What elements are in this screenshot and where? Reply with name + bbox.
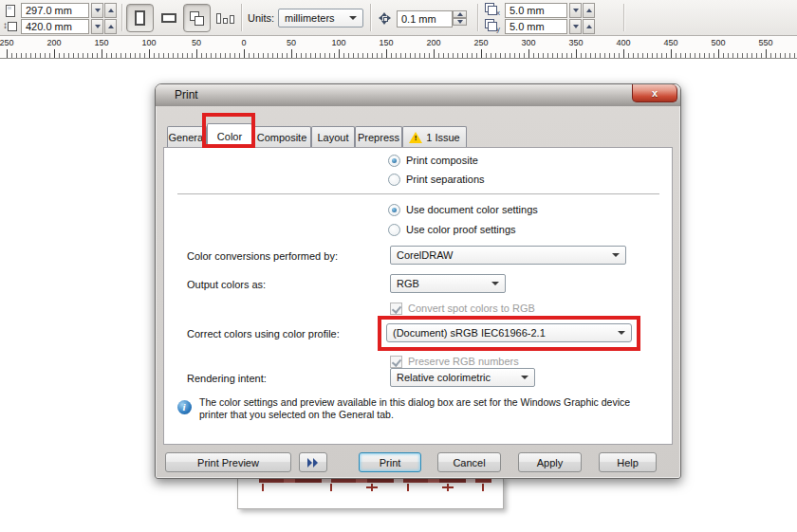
- output-colors-select[interactable]: RGB: [390, 274, 506, 293]
- color-profile-select[interactable]: (Document) sRGB IEC61966-2.1: [386, 323, 632, 342]
- portrait-orientation-button[interactable]: [126, 4, 154, 32]
- paper-height-spin-down-button[interactable]: [91, 19, 103, 34]
- ruler-label: 500: [711, 38, 725, 47]
- ruler-label: 100: [331, 38, 345, 47]
- toolbar-separator: [121, 4, 122, 31]
- tab-prepress[interactable]: Prepress: [355, 126, 402, 147]
- print-preview-button[interactable]: Print Preview: [165, 452, 291, 472]
- ruler-label: 450: [663, 38, 677, 47]
- duplicate-x-spin-up-button[interactable]: [583, 3, 595, 18]
- nudge-spinner[interactable]: [453, 10, 467, 26]
- nudge-spin-up-button[interactable]: [453, 10, 467, 18]
- ruler-label: 200: [46, 38, 61, 47]
- paper-width-spin-up-button[interactable]: [104, 3, 117, 18]
- checkbox-convert-spot-colors: Convert spot colors to RGB: [390, 301, 535, 316]
- preview-flyout-button[interactable]: [299, 452, 327, 472]
- ruler-label: 0: [241, 38, 246, 47]
- cancel-button[interactable]: Cancel: [437, 452, 501, 472]
- rendering-intent-label: Rendering intent:: [187, 373, 267, 384]
- property-bar: 297.0 mm 420.0 mm Units: millimeters: [0, 0, 797, 36]
- ruler-label: 150: [94, 38, 108, 47]
- drawing-fragment: [442, 486, 454, 488]
- paper-height-icon: [4, 20, 17, 32]
- page-sizes-icon: [216, 13, 234, 24]
- double-arrow-icon: [307, 458, 319, 468]
- duplicate-y-spin-up-button[interactable]: [583, 19, 595, 34]
- portrait-icon: [135, 10, 145, 26]
- tab-composite[interactable]: Composite: [252, 126, 311, 147]
- ruler-label: 300: [521, 38, 535, 47]
- radio-button-icon: [388, 174, 400, 186]
- duplicate-x-spin-down-button[interactable]: [569, 3, 582, 18]
- rendering-intent-select[interactable]: Relative colorimetric: [390, 368, 535, 387]
- ruler-label: 550: [758, 38, 772, 47]
- overlapping-pages-icon: [190, 11, 204, 26]
- print-button[interactable]: Print: [359, 452, 421, 472]
- profile-label: Correct colors using color profile:: [187, 328, 340, 339]
- close-icon: x: [652, 88, 658, 99]
- nudge-spin-down-button[interactable]: [453, 18, 467, 26]
- paper-width-icon: [6, 5, 15, 17]
- dialog-title: Print: [175, 88, 198, 101]
- tab-color[interactable]: Color: [207, 123, 252, 148]
- help-button[interactable]: Help: [599, 452, 657, 472]
- conversions-label: Color conversions performed by:: [187, 250, 338, 262]
- ruler-label: 150: [379, 38, 393, 47]
- toolbar-separator: [477, 4, 478, 31]
- ruler-label: 350: [568, 38, 583, 47]
- info-icon: [177, 400, 192, 414]
- units-label: Units:: [248, 12, 274, 24]
- ruler-label: 100: [141, 38, 156, 47]
- drawing-fragment: [482, 484, 484, 491]
- same-size-pages-button[interactable]: [183, 4, 211, 32]
- ruler-label: 250: [473, 38, 488, 47]
- dialog-titlebar[interactable]: Print x: [156, 84, 680, 106]
- checkbox-preserve-rgb: Preserve RGB numbers: [390, 354, 519, 369]
- tab-issues[interactable]: 1 Issue: [402, 126, 467, 147]
- document-page: [237, 477, 504, 509]
- landscape-orientation-button[interactable]: [155, 4, 182, 32]
- info-message: The color settings and preview available…: [199, 396, 653, 421]
- toolbar-separator: [370, 4, 371, 31]
- units-select[interactable]: millimeters: [278, 9, 363, 28]
- nudge-offset-icon: [379, 12, 391, 25]
- drawing-fragment: [262, 484, 264, 491]
- nudge-offset-input[interactable]: 0.1 mm: [397, 10, 453, 28]
- radio-use-color-proof-settings[interactable]: Use color proof settings: [388, 222, 516, 237]
- ruler-label: 200: [426, 38, 440, 47]
- radio-button-icon: [388, 204, 400, 216]
- checkbox-icon: [390, 356, 402, 368]
- landscape-icon: [161, 13, 176, 23]
- paper-height-spin-up-button[interactable]: [104, 19, 117, 34]
- drawing-fragment: [366, 486, 378, 488]
- apply-button[interactable]: Apply: [518, 452, 582, 472]
- tab-general[interactable]: General: [167, 126, 207, 147]
- duplicate-y-spin-down-button[interactable]: [569, 19, 582, 34]
- paper-width-spin-down-button[interactable]: [91, 3, 103, 18]
- color-tab-page: Print composite Print separations Use do…: [163, 147, 673, 445]
- radio-use-document-color-settings[interactable]: Use document color settings: [388, 202, 538, 217]
- duplicate-distance-x-input[interactable]: 5.0 mm: [505, 3, 567, 18]
- toolbar-separator: [623, 4, 624, 31]
- tab-layout[interactable]: Layout: [311, 126, 355, 147]
- conversions-select[interactable]: CorelDRAW: [390, 246, 626, 265]
- paper-height-input[interactable]: 420.0 mm: [21, 19, 89, 34]
- ruler-label: 50: [287, 38, 296, 47]
- output-colors-label: Output colors as:: [187, 279, 266, 290]
- horizontal-ruler: 250 200 150 100 50 0 50 100 150 200 250 …: [0, 36, 797, 59]
- radio-print-composite[interactable]: Print composite: [388, 153, 478, 168]
- ruler-label: 50: [192, 38, 201, 47]
- radio-button-icon: [388, 224, 400, 236]
- paper-width-input[interactable]: 297.0 mm: [21, 3, 89, 18]
- radio-print-separations[interactable]: Print separations: [388, 172, 485, 187]
- ruler-label: 250: [0, 38, 14, 47]
- duplicate-distance-y-input[interactable]: 5.0 mm: [505, 19, 567, 34]
- close-button[interactable]: x: [632, 84, 677, 102]
- drawing-fragment: [259, 479, 491, 483]
- page-sizes-button[interactable]: [212, 4, 239, 32]
- duplicate-distance-x-icon: x: [485, 3, 499, 15]
- ruler-label: 400: [616, 38, 630, 47]
- toolbar-separator: [241, 4, 242, 31]
- checkbox-icon: [390, 303, 402, 315]
- print-dialog: Print x General Color Composite Layout P…: [155, 83, 681, 479]
